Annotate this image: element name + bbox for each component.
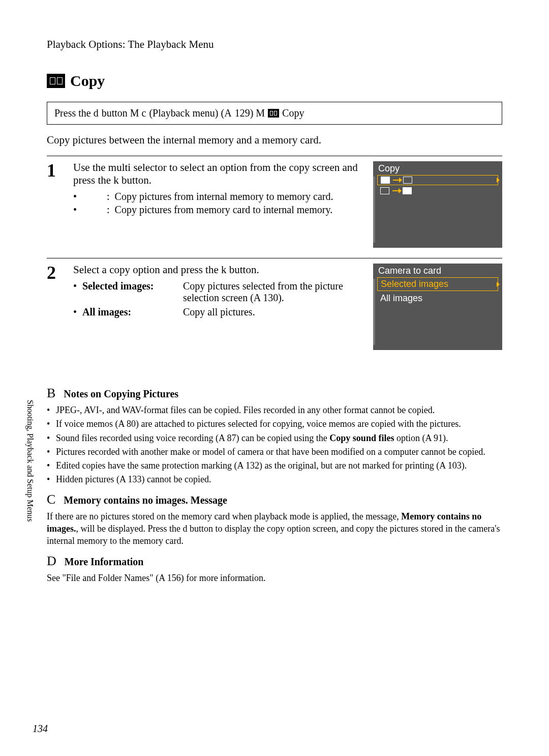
page-header: Playback Options: The Playback Menu	[47, 38, 502, 51]
intro-text: Copy pictures between the internal memor…	[47, 134, 502, 147]
note-item: •Sound files recorded using voice record…	[47, 432, 502, 444]
note-letter: D	[47, 554, 56, 569]
step1-bullets: • : Copy pictures from internal memory t…	[73, 191, 364, 216]
screenshot-row	[377, 186, 498, 195]
screenshot-item: Selected images	[381, 279, 448, 289]
step-2: 2 Select a copy option and press the k b…	[47, 258, 502, 350]
breadcrumb-part5: Copy	[282, 107, 304, 119]
screenshot-row-selected	[377, 175, 498, 185]
option-colon: :	[128, 306, 131, 317]
list-item: • : Copy pictures from memory card to in…	[73, 204, 364, 216]
option-desc: Copy all pictures.	[183, 306, 364, 318]
section-title: Copy	[47, 72, 502, 90]
notes-section: B Notes on Copying Pictures •JPEG-, AVI-…	[47, 386, 502, 584]
note-body: See "File and Folder Names" (A 156) for …	[47, 572, 502, 584]
screenshot-item: All images	[380, 293, 422, 304]
copy-icon-small	[268, 109, 279, 118]
note-letter: B	[47, 386, 55, 401]
note-title: Memory contains no images. Message	[64, 495, 227, 506]
arrow-right-icon	[393, 180, 400, 181]
note-heading: B Notes on Copying Pictures	[47, 386, 502, 401]
note-text: JPEG-, AVI-, and WAV-format files can be…	[56, 404, 435, 416]
card-icon	[380, 187, 389, 194]
bullet-dot: •	[73, 280, 78, 304]
bullet-dot: •	[73, 204, 102, 216]
step-number: 2	[47, 264, 65, 282]
screenshot-title: Camera to card	[373, 264, 502, 276]
option-label: Selected images	[82, 280, 150, 292]
note-text: Edited copies have the same protection m…	[56, 459, 467, 472]
note-heading: D More Information	[47, 554, 502, 569]
option-desc: Copy pictures selected from the picture …	[183, 280, 364, 304]
option-colon: :	[150, 280, 154, 292]
note-title: More Information	[65, 556, 144, 568]
note-letter: C	[47, 492, 55, 507]
arrow-right-icon	[392, 190, 400, 191]
note-item: •If voice memos (A 80) are attached to p…	[47, 418, 502, 430]
note-body: •JPEG-, AVI-, and WAV-format files can b…	[47, 404, 502, 486]
note-body: If there are no pictures stored on the m…	[47, 510, 502, 547]
screenshot-row: All images	[377, 292, 498, 305]
list-item: • All images: Copy all pictures.	[73, 306, 364, 318]
bullet-colon: :	[107, 191, 110, 202]
in-icon	[403, 187, 412, 194]
card-icon	[403, 177, 412, 184]
page-number: 134	[33, 723, 48, 735]
note-item: •Edited copies have the same protection …	[47, 459, 502, 472]
screenshot-copy: Copy	[373, 161, 502, 248]
bullet-dot: •	[73, 191, 102, 202]
screenshot-row-selected: Selected images	[377, 277, 498, 291]
bullet-desc: Copy pictures from internal memory to me…	[115, 191, 333, 202]
note-item: •JPEG-, AVI-, and WAV-format files can b…	[47, 404, 502, 416]
note-item: •Hidden pictures (A 133) cannot be copie…	[47, 473, 502, 485]
sidebar-label: Shooting, Playback and Setup Menus	[25, 400, 35, 522]
note-item: •Pictures recorded with another make or …	[47, 446, 502, 458]
list-item: • Selected images: Copy pictures selecte…	[73, 280, 364, 304]
list-item: • : Copy pictures from internal memory t…	[73, 191, 364, 202]
note-text: Sound files recorded using voice recordi…	[56, 432, 448, 444]
note-text: If voice memos (A 80) are attached to pi…	[56, 418, 461, 430]
note-title: Notes on Copying Pictures	[64, 388, 178, 400]
note-text: Hidden pictures (A 133) cannot be copied…	[56, 473, 211, 485]
bullet-desc: Copy pictures from memory card to intern…	[115, 204, 333, 216]
breadcrumb-part1: Press the d	[54, 107, 99, 119]
bullet-dot: •	[73, 306, 78, 318]
note-text: Pictures recorded with another make or m…	[56, 446, 485, 458]
step-instruction: Select a copy option and press the k but…	[73, 264, 364, 276]
step-instruction: Use the multi selector to select an opti…	[73, 161, 364, 187]
step2-options: • Selected images: Copy pictures selecte…	[73, 280, 364, 318]
step-number: 1	[47, 161, 65, 180]
breadcrumb-part3: (Playback menu) (A	[149, 107, 231, 119]
breadcrumb-part2: button M c	[102, 107, 146, 119]
copy-icon	[47, 74, 65, 88]
step-1: 1 Use the multi selector to select an op…	[47, 156, 502, 248]
bullet-colon: :	[107, 204, 110, 216]
note-heading: C Memory contains no images. Message	[47, 492, 502, 507]
in-icon	[381, 177, 390, 184]
screenshot-title: Copy	[373, 161, 502, 174]
page: Playback Options: The Playback Menu Copy…	[0, 0, 549, 584]
option-label: All images	[82, 306, 128, 317]
section-title-text: Copy	[70, 72, 105, 90]
breadcrumb-part4: 129) M	[235, 107, 265, 119]
note-paragraph: If there are no pictures stored on the m…	[47, 510, 502, 547]
screenshot-camera-to-card: Camera to card Selected images All image…	[373, 264, 502, 350]
breadcrumb: Press the d button M c (Playback menu) (…	[47, 102, 502, 125]
note-paragraph: See "File and Folder Names" (A 156) for …	[47, 572, 502, 584]
